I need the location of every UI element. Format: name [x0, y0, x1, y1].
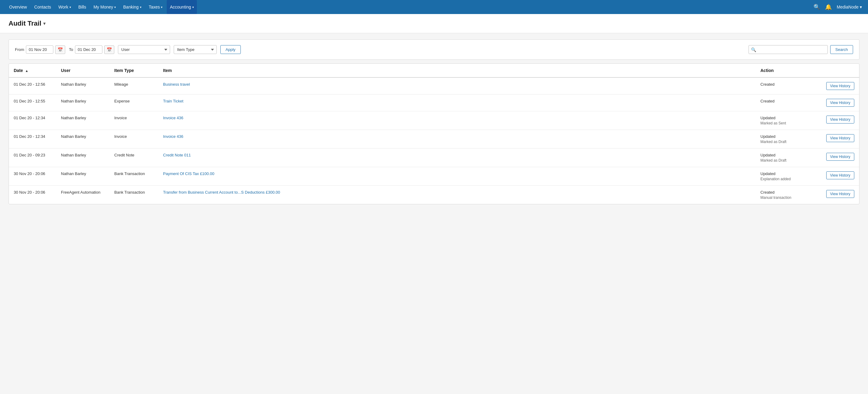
- cell-item: Invoice 436: [158, 111, 755, 130]
- action-label: Created: [761, 190, 812, 194]
- cell-date: 01 Dec 20 - 12:55: [9, 94, 56, 111]
- page-title: Audit Trail ▾: [8, 20, 860, 27]
- cell-date: 30 Nov 20 - 20:06: [9, 167, 56, 186]
- col-header-action[interactable]: Action: [755, 64, 816, 78]
- cell-action: Updated Marked as Draft: [755, 149, 816, 167]
- audit-table: Date ▲ User Item Type Item Action 01 Dec…: [9, 64, 859, 204]
- search-input[interactable]: [748, 45, 828, 54]
- cell-itemtype: Bank Transaction: [110, 186, 158, 204]
- action-label: Updated: [761, 171, 812, 176]
- cell-itemtype: Expense: [110, 94, 158, 111]
- nav-item-accounting[interactable]: Accounting ▾: [167, 0, 196, 14]
- nav-item-bills[interactable]: Bills: [75, 0, 89, 14]
- bell-icon[interactable]: 🔔: [825, 4, 832, 10]
- cell-date: 01 Dec 20 - 12:34: [9, 130, 56, 149]
- from-calendar-button[interactable]: 📅: [55, 46, 65, 54]
- cell-user: Nathan Barley: [56, 130, 110, 149]
- item-link[interactable]: Train Ticket: [163, 99, 184, 103]
- action-label: Created: [761, 99, 812, 103]
- to-calendar-button[interactable]: 📅: [104, 46, 114, 54]
- cell-action: Updated Explanation added: [755, 167, 816, 186]
- item-link[interactable]: Invoice 436: [163, 116, 184, 120]
- nav-right: 🔍 🔔 MediaNode ▾: [813, 4, 862, 10]
- nav-item-mymoney[interactable]: My Money ▾: [91, 0, 119, 14]
- view-history-button[interactable]: View History: [826, 171, 854, 179]
- action-sublabel: Explanation added: [761, 177, 812, 181]
- view-history-button[interactable]: View History: [826, 82, 854, 90]
- cell-date: 01 Dec 20 - 12:56: [9, 78, 56, 94]
- nav-item-work[interactable]: Work ▾: [56, 0, 74, 14]
- cell-date: 01 Dec 20 - 09:23: [9, 149, 56, 167]
- chevron-icon: ▾: [114, 5, 116, 9]
- col-header-item[interactable]: Item: [158, 64, 755, 78]
- action-sublabel: Marked as Draft: [761, 158, 812, 162]
- col-header-date[interactable]: Date ▲: [9, 64, 56, 78]
- col-header-viewhistory: [816, 64, 859, 78]
- cell-viewhistory: View History: [816, 111, 859, 130]
- col-header-itemtype[interactable]: Item Type: [110, 64, 158, 78]
- cell-viewhistory: View History: [816, 130, 859, 149]
- page-header: Audit Trail ▾: [0, 14, 868, 33]
- user-menu[interactable]: MediaNode ▾: [837, 5, 862, 9]
- table-row: 30 Nov 20 - 20:06 Nathan Barley Bank Tra…: [9, 167, 859, 186]
- item-link[interactable]: Business travel: [163, 82, 190, 87]
- search-group: 🔍 Search: [748, 45, 853, 54]
- view-history-button[interactable]: View History: [826, 134, 854, 142]
- cell-itemtype: Mileage: [110, 78, 158, 94]
- search-button[interactable]: Search: [830, 45, 853, 54]
- cell-action: Created: [755, 78, 816, 94]
- cell-user: Nathan Barley: [56, 149, 110, 167]
- table-row: 01 Dec 20 - 12:34 Nathan Barley Invoice …: [9, 111, 859, 130]
- cell-viewhistory: View History: [816, 78, 859, 94]
- from-date-input[interactable]: [26, 46, 53, 54]
- cell-user: Nathan Barley: [56, 94, 110, 111]
- action-sublabel: Manual transaction: [761, 195, 812, 200]
- nav-left: Overview Contacts Work ▾ Bills My Money …: [6, 0, 813, 14]
- nav-item-overview[interactable]: Overview: [6, 0, 30, 14]
- view-history-button[interactable]: View History: [826, 99, 854, 107]
- cell-viewhistory: View History: [816, 186, 859, 204]
- chevron-icon: ▾: [161, 5, 162, 9]
- cell-date: 01 Dec 20 - 12:34: [9, 111, 56, 130]
- from-label: From: [15, 47, 24, 52]
- search-input-wrap: 🔍: [748, 45, 828, 54]
- item-link[interactable]: Credit Note 011: [163, 153, 191, 157]
- cell-user: Nathan Barley: [56, 167, 110, 186]
- action-label: Updated: [761, 116, 812, 120]
- cell-item: Transfer from Business Current Account t…: [158, 186, 755, 204]
- user-select[interactable]: User Nathan Barley FreeAgent Automation: [118, 45, 170, 54]
- cell-user: Nathan Barley: [56, 78, 110, 94]
- table-row: 30 Nov 20 - 20:06 FreeAgent Automation B…: [9, 186, 859, 204]
- view-history-button[interactable]: View History: [826, 190, 854, 198]
- apply-button[interactable]: Apply: [220, 45, 241, 54]
- action-label: Updated: [761, 134, 812, 139]
- cell-item: Payment Of CIS Tax £100.00: [158, 167, 755, 186]
- view-history-button[interactable]: View History: [826, 116, 854, 123]
- item-link[interactable]: Payment Of CIS Tax £100.00: [163, 171, 214, 176]
- nav-item-taxes[interactable]: Taxes ▾: [146, 0, 166, 14]
- to-date-input[interactable]: [75, 46, 102, 54]
- to-label: To: [69, 47, 73, 52]
- item-link[interactable]: Invoice 436: [163, 134, 184, 139]
- cell-action: Updated Marked as Sent: [755, 111, 816, 130]
- nav-item-contacts[interactable]: Contacts: [31, 0, 54, 14]
- table-row: 01 Dec 20 - 12:56 Nathan Barley Mileage …: [9, 78, 859, 94]
- item-type-select[interactable]: Item Type Mileage Expense Invoice Credit…: [174, 45, 217, 54]
- to-date-group: To 📅: [69, 46, 114, 54]
- cell-date: 30 Nov 20 - 20:06: [9, 186, 56, 204]
- search-icon[interactable]: 🔍: [813, 4, 820, 10]
- col-header-user[interactable]: User: [56, 64, 110, 78]
- nav-item-banking[interactable]: Banking ▾: [120, 0, 145, 14]
- cell-item: Credit Note 011: [158, 149, 755, 167]
- action-sublabel: Marked as Sent: [761, 121, 812, 125]
- page-title-chevron[interactable]: ▾: [43, 21, 45, 26]
- main-content: From 📅 To 📅 User Nathan Barley FreeAgent…: [0, 33, 868, 210]
- view-history-button[interactable]: View History: [826, 153, 854, 161]
- chevron-icon: ▾: [140, 5, 142, 9]
- table-header-row: Date ▲ User Item Type Item Action: [9, 64, 859, 78]
- from-date-group: From 📅: [15, 46, 65, 54]
- chevron-down-icon: ▾: [860, 5, 862, 9]
- item-link[interactable]: Transfer from Business Current Account t…: [163, 190, 280, 194]
- cell-viewhistory: View History: [816, 149, 859, 167]
- cell-user: FreeAgent Automation: [56, 186, 110, 204]
